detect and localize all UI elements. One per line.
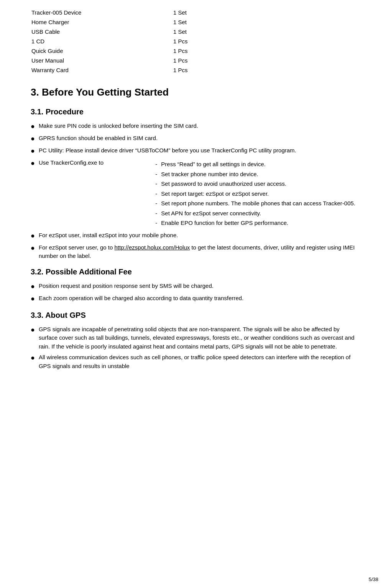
page-number: 5/38 (369, 576, 378, 582)
sub-dash-item: -Press “Read” to get all settings in dev… (155, 160, 355, 169)
subsection-title-3: 3.3. About GPS (31, 311, 355, 320)
item-name: 1 CD (31, 36, 172, 46)
subsection-2: 3.2. Possible Additional Fee●Position re… (31, 268, 355, 304)
item-name: Home Charger (31, 17, 172, 27)
sub-item-text: Set APN for ezSpot server connectivity. (161, 209, 261, 218)
dash-icon: - (155, 170, 157, 179)
item-qty: 1 Set (172, 17, 355, 27)
bullet-item: ●Make sure PIN code is unlocked before i… (31, 122, 355, 132)
item-qty: 1 Pcs (172, 65, 355, 75)
item-qty: 1 Set (172, 27, 355, 36)
subsection-3: 3.3. About GPS●GPS signals are incapable… (31, 311, 355, 371)
subsection-title-1: 3.1. Procedure (31, 107, 355, 116)
bullet-text: GPRS function should be enabled in SIM c… (39, 134, 355, 143)
bullet-item: ●GPRS function should be enabled in SIM … (31, 134, 355, 144)
dash-icon: - (155, 190, 157, 198)
sub-dash-item: -Set report phone numbers. The mobile ph… (155, 199, 355, 208)
bullet-item: ●PC Utility: Please install device drive… (31, 146, 355, 156)
bullet-item: ●Each zoom operation will be charged als… (31, 294, 355, 304)
bullet-text: For ezSpot user, install ezSpot into you… (39, 231, 355, 240)
sub-dash-item: -Set APN for ezSpot server connectivity. (155, 209, 355, 218)
table-row: USB Cable1 Set (31, 27, 355, 36)
table-row: Tracker-005 Device1 Set (31, 8, 355, 17)
sub-item-text: Set report target: ezSpot or ezSpot serv… (161, 190, 269, 198)
item-qty: 1 Set (172, 8, 355, 17)
sub-item-text: Set report phone numbers. The mobile pho… (161, 199, 355, 208)
bullet-item: ●For ezSpot server user, go to http://ez… (31, 243, 355, 261)
section3-title: 3. Before You Getting Started (31, 86, 355, 98)
bullet-dot-icon: ● (31, 121, 35, 132)
sub-item-text: Enable EPO function for better GPS perfo… (161, 219, 288, 228)
item-qty: 1 Pcs (172, 46, 355, 56)
table-row: 1 CD1 Pcs (31, 36, 355, 46)
sub-item-text: Press “Read” to get all settings in devi… (161, 160, 266, 169)
bullet-text: Position request and position response s… (39, 282, 355, 291)
bullet-text: For ezSpot server user, go to http://ezs… (39, 243, 355, 261)
dash-icon: - (155, 219, 157, 228)
bullet-text: GPS signals are incapable of penetrating… (39, 325, 355, 351)
sub-dash-item: -Set tracker phone number into device. (155, 170, 355, 179)
bullet-text: All wireless communication devices such … (39, 353, 355, 370)
subsection-1: 3.1. Procedure●Make sure PIN code is unl… (31, 107, 355, 261)
bullet-item: ●All wireless communication devices such… (31, 353, 355, 370)
sub-dash-item: -Enable EPO function for better GPS perf… (155, 219, 355, 228)
bullet-text: Each zoom operation will be charged also… (39, 294, 355, 303)
bullet-item: ●For ezSpot user, install ezSpot into yo… (31, 231, 355, 241)
bullet-dot-icon: ● (31, 231, 35, 241)
bullet-text: Use TrackerConfig.exe to (39, 159, 144, 167)
item-name: USB Cable (31, 27, 172, 36)
bullet-dot-icon: ● (31, 294, 35, 304)
sub-item-text: Set tracker phone number into device. (161, 170, 258, 179)
bullet-dot-icon: ● (31, 158, 35, 168)
ezspot-link[interactable]: http://ezspot.holux.com/Holux (114, 244, 190, 251)
bullet-dot-icon: ● (31, 353, 35, 363)
sub-item-text: Set password to avoid unauthorized user … (161, 180, 286, 188)
dash-icon: - (155, 180, 157, 188)
table-row: Warranty Card1 Pcs (31, 65, 355, 75)
bullet-dot-icon: ● (31, 281, 35, 292)
sub-dash-item: -Set password to avoid unauthorized user… (155, 180, 355, 188)
item-qty: 1 Pcs (172, 56, 355, 65)
bullet-text: PC Utility: Please install device driver… (39, 146, 355, 155)
table-row: Quick Guide1 Pcs (31, 46, 355, 56)
table-row: User Manual1 Pcs (31, 56, 355, 65)
dash-icon: - (155, 209, 157, 218)
dash-icon: - (155, 199, 157, 208)
item-qty: 1 Pcs (172, 36, 355, 46)
item-name: Quick Guide (31, 46, 172, 56)
bullet-item: ●GPS signals are incapable of penetratin… (31, 325, 355, 351)
bullet-item: ●Use TrackerConfig.exe to-Press “Read” t… (31, 159, 355, 229)
bullet-item: ●Position request and position response … (31, 282, 355, 292)
table-row: Home Charger1 Set (31, 17, 355, 27)
bullet-dot-icon: ● (31, 134, 35, 144)
dash-icon: - (155, 160, 157, 169)
bullet-text: Make sure PIN code is unlocked before in… (39, 122, 355, 130)
contents-table: Tracker-005 Device1 SetHome Charger1 Set… (31, 8, 355, 75)
item-name: User Manual (31, 56, 172, 65)
sub-dash-item: -Set report target: ezSpot or ezSpot ser… (155, 190, 355, 198)
subsection-title-2: 3.2. Possible Additional Fee (31, 268, 355, 276)
bullet-dot-icon: ● (31, 243, 35, 253)
item-name: Warranty Card (31, 65, 172, 75)
bullet-dot-icon: ● (31, 325, 35, 335)
item-name: Tracker-005 Device (31, 8, 172, 17)
bullet-dot-icon: ● (31, 146, 35, 156)
